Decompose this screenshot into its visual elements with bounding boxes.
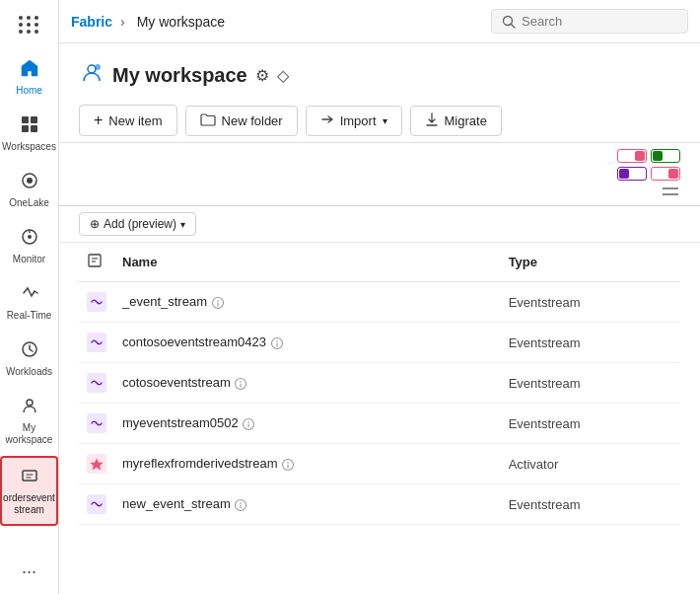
plus-icon: + xyxy=(94,111,103,129)
row-icon-cell xyxy=(79,282,114,323)
sidebar-item-label-monitor: Monitor xyxy=(13,254,45,265)
row-icon-cell xyxy=(79,484,114,525)
search-icon xyxy=(502,15,516,29)
item-name: new_event_stream xyxy=(122,496,231,511)
item-info-icon xyxy=(234,497,247,511)
row-type-cell: Eventstream xyxy=(501,484,680,525)
topbar-separator: › xyxy=(120,14,125,30)
new-folder-button[interactable]: New folder xyxy=(185,106,298,136)
realtime-icon xyxy=(20,283,39,308)
toggle-purple[interactable] xyxy=(617,167,647,181)
page-header: My workspace ⚙ ◇ xyxy=(59,43,700,99)
migrate-button[interactable]: Migrate xyxy=(410,106,502,136)
sidebar-item-workspaces[interactable]: Workspaces xyxy=(0,107,58,161)
workspaces-icon xyxy=(20,114,39,139)
row-type-cell: Eventstream xyxy=(501,363,680,404)
workloads-icon xyxy=(20,339,39,364)
row-name-cell: myreflexfromderivedstream xyxy=(114,444,501,484)
main-content: Fabric › My workspace My workspace ⚙ ◇ xyxy=(59,0,700,594)
eventstream-icon xyxy=(87,413,106,433)
svg-point-29 xyxy=(241,381,243,383)
onelake-icon xyxy=(20,171,39,195)
search-box[interactable] xyxy=(491,9,688,34)
more-button[interactable]: ··· xyxy=(22,561,36,594)
sidebar-item-label-myworkspace: My workspace xyxy=(4,422,54,446)
add-preview-chevron-icon: ▾ xyxy=(180,219,185,230)
items-table-container: Name Type _event_stream Eventstream cont… xyxy=(59,243,700,594)
toggle-pink2[interactable] xyxy=(651,167,680,181)
sidebar-item-home[interactable]: Home xyxy=(0,50,58,105)
search-input[interactable] xyxy=(522,14,669,29)
eventstream-icon xyxy=(87,494,106,514)
row-type-cell: Eventstream xyxy=(501,323,680,363)
svg-rect-19 xyxy=(89,255,101,266)
item-info-icon xyxy=(211,295,225,309)
items-table: Name Type _event_stream Eventstream cont… xyxy=(79,243,680,525)
add-preview-plus-icon: ⊕ xyxy=(90,217,100,231)
table-row[interactable]: myeventstream0502 Eventstream xyxy=(79,404,680,444)
svg-point-32 xyxy=(248,421,250,423)
row-icon-cell xyxy=(79,363,114,404)
preview-row2 xyxy=(59,165,700,183)
sidebar-item-label-onelake: OneLake xyxy=(9,197,49,209)
toolbar: + New item New folder Import ▾ xyxy=(59,99,700,143)
toggle-pink[interactable] xyxy=(617,149,647,163)
sidebar-item-workloads[interactable]: Workloads xyxy=(0,332,58,386)
new-item-label: New item xyxy=(108,113,162,128)
filter-bar: ⊕ Add (preview) ▾ xyxy=(59,206,700,243)
diamond-icon[interactable]: ◇ xyxy=(277,66,289,85)
sidebar-item-realtime[interactable]: Real-Time xyxy=(0,275,58,330)
import-chevron-icon: ▾ xyxy=(383,115,387,126)
item-name: contosoeventstream0423 xyxy=(122,334,266,349)
table-row[interactable]: cotosoeventstream Eventstream xyxy=(79,363,680,404)
topbar: Fabric › My workspace xyxy=(59,0,700,43)
row-type-cell: Activator xyxy=(501,444,680,484)
import-label: Import xyxy=(340,113,377,128)
table-row[interactable]: _event_stream Eventstream xyxy=(79,282,680,323)
eventstream-icon xyxy=(87,373,106,393)
monitor-icon xyxy=(20,227,39,252)
sidebar-item-myworkspace[interactable]: My workspace xyxy=(0,388,58,454)
page-header-workspace-icon xyxy=(79,59,105,91)
sidebar: Home Workspaces OneLake xyxy=(0,0,59,594)
sidebar-item-label-home: Home xyxy=(16,85,42,97)
add-preview-button[interactable]: ⊕ Add (preview) ▾ xyxy=(79,212,196,236)
toggle-green[interactable] xyxy=(651,149,680,163)
item-info-icon xyxy=(242,416,255,430)
row-type-cell: Eventstream xyxy=(501,404,680,444)
new-item-button[interactable]: + New item xyxy=(79,105,177,136)
sidebar-item-monitor[interactable]: Monitor xyxy=(0,219,58,273)
brand-link[interactable]: Fabric xyxy=(71,14,112,30)
row-name-cell: new_event_stream xyxy=(114,484,501,525)
sidebar-item-onelake[interactable]: OneLake xyxy=(0,163,58,217)
app-launcher-button[interactable] xyxy=(15,8,43,41)
svg-point-26 xyxy=(276,340,278,342)
sidebar-item-label-realtime: Real-Time xyxy=(7,310,52,322)
activator-icon xyxy=(87,454,106,474)
table-row[interactable]: contosoeventstream0423 Eventstream xyxy=(79,323,680,363)
row-icon-cell xyxy=(79,444,114,484)
hamburger-icon[interactable] xyxy=(661,185,680,201)
preview-row xyxy=(59,143,700,165)
sidebar-item-orderseventstream[interactable]: ordersevent stream xyxy=(0,456,58,526)
orderseventstream-icon xyxy=(20,466,39,490)
item-info-icon xyxy=(234,376,247,390)
settings-icon[interactable]: ⚙ xyxy=(255,66,269,85)
separator-row xyxy=(59,183,700,206)
table-row[interactable]: new_event_stream Eventstream xyxy=(79,484,680,525)
import-icon xyxy=(320,112,334,129)
item-name: cotosoeventstream xyxy=(122,375,231,390)
svg-rect-1 xyxy=(31,116,37,123)
svg-line-13 xyxy=(512,24,516,28)
item-info-icon xyxy=(270,335,284,349)
topbar-workspace-link[interactable]: My workspace xyxy=(137,14,225,30)
migrate-label: Migrate xyxy=(445,113,487,128)
svg-rect-2 xyxy=(22,125,29,132)
page-title: My workspace xyxy=(112,64,247,87)
item-name: myeventstream0502 xyxy=(122,415,239,430)
col-header-type: Type xyxy=(501,243,680,282)
svg-point-7 xyxy=(28,235,32,239)
import-button[interactable]: Import ▾ xyxy=(306,106,402,136)
table-row[interactable]: myreflexfromderivedstream Activator xyxy=(79,444,680,484)
item-name: _event_stream xyxy=(122,294,207,309)
